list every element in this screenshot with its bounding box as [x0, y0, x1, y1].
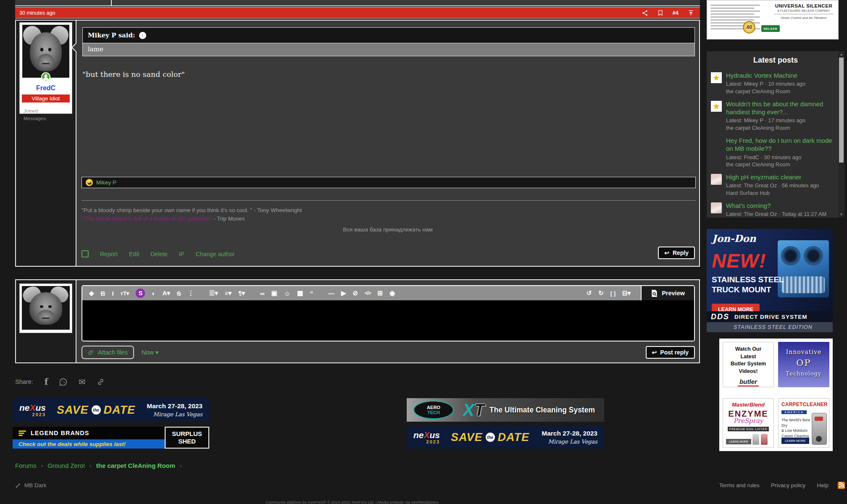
highlight-style-icon[interactable]: S: [136, 289, 145, 298]
camera-icon[interactable]: ◉: [389, 289, 395, 297]
schedule-dropdown[interactable]: Now ▾: [142, 349, 158, 356]
terms-link[interactable]: Terms and rules: [719, 482, 760, 488]
masterblend-enzyme-ad[interactable]: MasterBlend ENZYME PreSpray PREMIUM SOIL…: [723, 398, 774, 448]
reaction-user[interactable]: Mikey P: [96, 179, 116, 186]
privacy-link[interactable]: Privacy policy: [771, 482, 806, 488]
butler-videos-ad[interactable]: Watch Our Latest Butler System Videos! b…: [723, 342, 774, 387]
reply-button[interactable]: ↩ Reply: [658, 247, 695, 259]
facebook-share-icon[interactable]: f: [45, 377, 48, 387]
ip-link[interactable]: IP: [179, 251, 184, 257]
undo-icon[interactable]: ↺: [587, 289, 592, 297]
list-icon[interactable]: ☰▾: [209, 289, 218, 297]
text-color-icon[interactable]: ◐: [152, 290, 155, 297]
insert-media-icon[interactable]: ▶: [341, 289, 346, 297]
scroll-down-icon[interactable]: ▼: [838, 213, 844, 216]
signature-divider: [82, 200, 696, 201]
avatar[interactable]: [22, 286, 70, 330]
signature-quote-2[interactable]: "This whole board is full of a bunch of …: [82, 215, 212, 222]
help-link[interactable]: Help: [817, 482, 829, 488]
learn-more-button[interactable]: LEARN MORE: [726, 439, 751, 444]
style-chooser[interactable]: MB Dark: [15, 482, 47, 488]
bold-icon[interactable]: B: [101, 290, 105, 297]
remove-format-icon[interactable]: ◆: [89, 289, 94, 297]
redo-icon[interactable]: ↻: [598, 289, 604, 297]
thread-title[interactable]: What's coming?: [726, 202, 826, 210]
italic-icon[interactable]: I: [112, 290, 113, 297]
thread-title[interactable]: High pH enyzmatic cleaner: [726, 173, 819, 181]
post-header-bar: 30 minutes ago #4: [15, 7, 700, 18]
carpet-cleaner-america-ad[interactable]: CARPETCLEANER AMERICA The World's Best D…: [778, 398, 829, 448]
breadcrumb-ground-zero[interactable]: Ground Zero!: [47, 462, 85, 469]
scrollbar-thumb[interactable]: [839, 58, 844, 163]
insert-table-icon[interactable]: ⊞: [377, 289, 383, 297]
whatsapp-share-icon[interactable]: [59, 378, 67, 386]
nexus-save-the-date-ad[interactable]: neXus 2023 SAVE the DATE March 27-28, 20…: [13, 398, 209, 422]
goto-quoted-post-icon[interactable]: ↑: [139, 32, 146, 39]
edit-link[interactable]: Edit: [129, 251, 139, 257]
bookmark-icon[interactable]: [658, 10, 663, 16]
reactions-bar[interactable]: Mikey P: [82, 177, 696, 188]
smilies-icon[interactable]: ☺: [284, 290, 290, 297]
thread-title[interactable]: Hydraulic Vortex Machine: [726, 71, 805, 79]
drafts-icon[interactable]: ⊟▾: [622, 289, 631, 297]
select-post-checkbox[interactable]: [82, 250, 89, 257]
learn-more-button[interactable]: LEARN MORE: [781, 438, 809, 444]
preview-button[interactable]: Preview: [641, 286, 694, 300]
butler-logo: butler: [738, 378, 759, 386]
link-share-icon[interactable]: [97, 378, 105, 386]
email-share-icon[interactable]: ✉: [79, 377, 85, 387]
post-number[interactable]: #4: [673, 10, 679, 16]
reply-text-input[interactable]: [82, 300, 694, 341]
signature-quote-1: "Put a bloody chimp beside your own name…: [82, 207, 252, 213]
post-reply-button[interactable]: ↩ Post reply: [646, 346, 695, 359]
delete-link[interactable]: Delete: [150, 251, 167, 257]
more-options-icon[interactable]: ⋮: [188, 289, 194, 297]
product-bottle-image: [752, 434, 759, 445]
change-author-link[interactable]: Change author: [196, 251, 235, 257]
report-link[interactable]: Report: [100, 251, 118, 257]
surplus-shed-logo[interactable]: SURPLUSSHED: [165, 427, 209, 449]
nexus-save-the-date-ad[interactable]: neXus 2023 SAVE the DATE March 27-28, 20…: [407, 426, 604, 449]
avatar: [711, 174, 722, 185]
carpet-cleaner-logo: CARPETCLEANER: [781, 402, 829, 407]
text-size-icon[interactable]: ᴛT▾: [121, 290, 129, 297]
insert-code-icon[interactable]: </>: [365, 290, 371, 296]
breadcrumb-forums[interactable]: Forums: [15, 462, 37, 469]
avatar[interactable]: [22, 25, 69, 78]
thread-forum[interactable]: the carpet CleAning Room: [726, 125, 834, 132]
horizontal-rule-icon[interactable]: —: [328, 290, 334, 297]
innovative-op-technology-ad[interactable]: Innovative OP Technology: [778, 342, 829, 387]
sticky-star-icon: ★: [711, 101, 722, 112]
quote-header[interactable]: Mikey P said: ↑: [82, 27, 695, 43]
universal-silencer-ad[interactable]: 40 NELSON UNIVERSAL SILENCER A FLEETGUAR…: [707, 0, 839, 39]
share-icon[interactable]: [642, 10, 648, 16]
thread-forum[interactable]: the carpet CleAning Room: [726, 88, 805, 95]
align-icon[interactable]: ≡▾: [225, 289, 231, 297]
post-timestamp[interactable]: 30 minutes ago: [19, 10, 55, 16]
thread-forum[interactable]: the carpet CleAning Room: [726, 161, 834, 168]
aerotech-xt-ad[interactable]: AEROTECH XT The Ultimate Cleaning System: [407, 398, 604, 422]
attach-files-button[interactable]: Attach files: [82, 346, 134, 359]
thread-title[interactable]: Wouldn't this be about the damned handie…: [726, 100, 834, 116]
insert-link-icon[interactable]: ∞: [260, 290, 265, 297]
spoiler-icon[interactable]: ⊘: [352, 289, 358, 297]
insert-gallery-icon[interactable]: ▩: [297, 289, 303, 297]
scrollbar[interactable]: ▲ ▼: [838, 51, 844, 218]
post-content-area: Mikey P said: ↑ lame "but there is no sa…: [76, 21, 699, 266]
jump-to-top-icon[interactable]: [688, 10, 694, 16]
bbcode-toggle-icon[interactable]: [ ]: [610, 290, 616, 297]
thread-title[interactable]: Hey Fred, how do I turn on dark mode on …: [726, 136, 834, 152]
thread-forum[interactable]: Hard Surface Hub: [726, 190, 819, 197]
insert-image-icon[interactable]: ▣: [271, 289, 277, 297]
insert-quote-icon[interactable]: ”: [310, 290, 313, 297]
legend-brands-ad[interactable]: LEGEND BRANDS Check out the deals while …: [13, 427, 209, 449]
scroll-up-icon[interactable]: ▲: [838, 52, 844, 56]
strikethrough-icon[interactable]: S: [177, 290, 181, 297]
paragraph-format-icon[interactable]: ¶▾: [238, 289, 245, 297]
author-name[interactable]: FredC: [20, 84, 72, 92]
rss-icon[interactable]: [838, 482, 845, 489]
jondon-truck-mount-ad[interactable]: Jon-Don NEW! STAINLESS STEEL TRUCK MOUNT…: [707, 229, 833, 332]
breadcrumb-current-forum[interactable]: the carpet CleAning Room: [96, 462, 175, 469]
font-family-icon[interactable]: A▾: [162, 289, 170, 297]
truck-mount-image: [777, 240, 829, 298]
